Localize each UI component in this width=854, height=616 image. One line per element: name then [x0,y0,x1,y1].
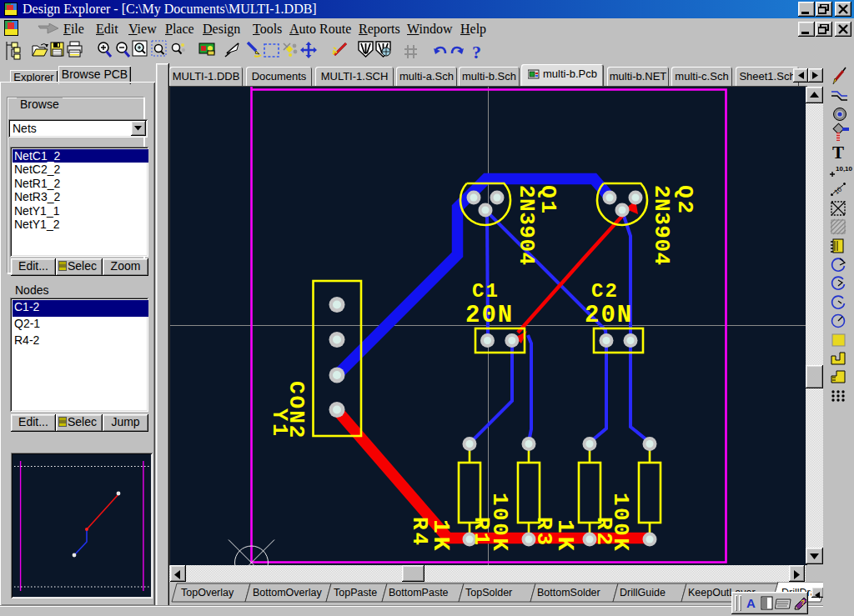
svg-text:2N3904: 2N3904 [514,185,539,266]
svg-text:A: A [746,596,756,610]
svg-text:C1: C1 [472,280,500,303]
svg-text:Y1: Y1 [267,408,291,438]
svg-text:TopPaste: TopPaste [334,587,377,598]
svg-text:10: 10 [833,185,844,196]
svg-text:20N: 20N [585,302,633,329]
svg-text:10,10: 10,10 [836,165,853,173]
svg-text:TopOverlay: TopOverlay [181,587,234,598]
svg-text:Q2: Q2 [672,185,697,216]
svg-text:DrillGuide: DrillGuide [620,587,666,598]
svg-text:100K: 100K [608,493,633,553]
svg-text:BottomPaste: BottomPaste [389,587,449,598]
svg-text:T: T [832,143,844,163]
svg-text:BottomOverlay: BottomOverlay [253,587,322,598]
svg-text:TopSolder: TopSolder [465,587,512,598]
svg-text:1K: 1K [552,519,578,554]
svg-text:?: ? [472,42,481,63]
svg-text:2N3904: 2N3904 [649,185,674,266]
svg-text:?: ? [800,598,805,607]
svg-text:20N: 20N [465,302,514,329]
svg-text:1K: 1K [428,519,454,554]
svg-text:100K: 100K [487,493,512,553]
svg-text:BottomSolder: BottomSolder [537,587,600,598]
svg-text:C2: C2 [591,280,619,303]
